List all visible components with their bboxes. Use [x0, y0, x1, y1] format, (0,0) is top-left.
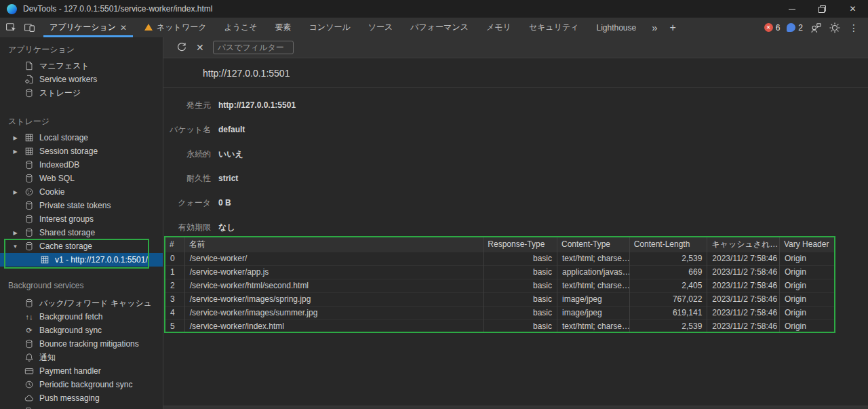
tab-console[interactable]: コンソール [300, 18, 359, 37]
col-header-cached-time[interactable]: キャッシュされ… [707, 237, 780, 252]
window-title: DevTools - 127.0.0.1:5501/service-worker… [23, 4, 212, 14]
table-row[interactable]: 3 /service-worker/images/spring.jpg basi… [165, 292, 834, 306]
sidebar-item-indexeddb[interactable]: IndexedDB [0, 158, 163, 172]
feedback-icon[interactable] [810, 22, 822, 34]
col-header-name[interactable]: 名前 [184, 237, 484, 252]
path-filter-input[interactable] [213, 41, 294, 54]
sidebar-item-storage[interactable]: ストレージ [0, 86, 163, 100]
more-tabs-icon[interactable]: » [645, 22, 664, 33]
sidebar-item-partial[interactable] [0, 405, 163, 409]
tab-elements[interactable]: 要素 [267, 18, 300, 37]
clock-icon [24, 380, 34, 389]
col-header-vary[interactable]: Vary Header [779, 237, 834, 252]
cache-toolbar: ✕ [163, 37, 868, 58]
database-icon [24, 241, 34, 251]
sidebar-item-cookie[interactable]: ▶ Cookie [0, 185, 163, 199]
database-icon [24, 160, 34, 170]
tab-application[interactable]: アプリケーション ✕ [41, 18, 136, 37]
database-icon [24, 201, 34, 210]
issue-count: 2 [798, 23, 803, 33]
tab-performance[interactable]: パフォーマンス [401, 18, 477, 37]
detail-row-durability: 耐久性 strict [163, 166, 868, 191]
drawer-splitter[interactable] [163, 406, 868, 409]
detail-row-bucket: バケット名 default [163, 117, 868, 142]
detail-row-origin: 発生元 http://127.0.0.1:5501 [163, 93, 868, 117]
tab-memory[interactable]: メモリ [477, 18, 520, 37]
tab-sources[interactable]: ソース [359, 18, 402, 37]
sidebar-item-session-storage[interactable]: ▶ Session storage [0, 144, 163, 158]
document-icon [24, 61, 34, 71]
database-icon [24, 174, 34, 183]
detail-row-persistent: 永続的 いいえ [163, 142, 868, 166]
delete-selected-icon[interactable]: ✕ [196, 42, 204, 53]
sidebar-item-local-storage[interactable]: ▶ Local storage [0, 131, 163, 144]
issues-badge[interactable]: 2 [787, 23, 803, 33]
table-row[interactable]: 1 /service-worker/app.js basic applicati… [165, 265, 834, 279]
issues-icon [787, 23, 795, 32]
sidebar-item-background-sync[interactable]: ⟳ Background sync [0, 324, 163, 337]
up-down-arrows-icon: ↑↓ [24, 312, 34, 322]
sidebar-item-notifications[interactable]: 通知 [0, 351, 163, 364]
section-title-storage: ストレージ [0, 116, 163, 127]
cache-origin-title: http://127.0.0.1:5501 [163, 58, 868, 88]
table-grid-icon [40, 255, 50, 265]
tab-security[interactable]: セキュリティ [520, 18, 588, 37]
sidebar-item-back-forward-cache[interactable]: バック/フォワード キャッシュ [0, 296, 163, 310]
close-tab-icon[interactable]: ✕ [120, 23, 127, 33]
sidebar-item-push-messaging[interactable]: Push messaging [0, 391, 163, 405]
tab-welcome[interactable]: ようこそ [215, 18, 266, 37]
sidebar-item-private-state-tokens[interactable]: Private state tokens [0, 199, 163, 212]
table-grid-icon [24, 133, 34, 142]
sidebar-item-periodic-background-sync[interactable]: Periodic background sync [0, 378, 163, 391]
device-toolbar-icon[interactable] [24, 22, 35, 33]
col-header-index[interactable]: # [165, 237, 184, 252]
cache-storage-panel: ✕ http://127.0.0.1:5501 発生元 http://127.0… [163, 37, 868, 409]
tab-network[interactable]: ネットワーク [136, 18, 215, 37]
sidebar-item-web-sql[interactable]: Web SQL [0, 172, 163, 185]
chevron-right-icon[interactable]: ▶ [12, 149, 19, 155]
sidebar-item-background-fetch[interactable]: ↑↓ Background fetch [0, 310, 163, 324]
chevron-right-icon[interactable]: ▶ [12, 135, 19, 141]
minimize-button[interactable] [776, 0, 807, 18]
detail-row-expires: 有効期限 なし [163, 215, 868, 239]
sidebar-item-shared-storage[interactable]: ▶ Shared storage [0, 226, 163, 239]
chevron-right-icon[interactable]: ▶ [12, 189, 19, 195]
table-row[interactable]: 2 /service-worker/html/second.html basic… [165, 279, 834, 292]
chevron-right-icon[interactable]: ▶ [12, 230, 19, 236]
edge-logo-icon [7, 4, 17, 14]
close-button[interactable]: ✕ [837, 0, 868, 18]
maximize-button[interactable] [807, 0, 837, 18]
sidebar-item-bounce-tracking[interactable]: Bounce tracking mitigations [0, 337, 163, 351]
sidebar-item-cache-storage[interactable]: ▼ Cache storage [0, 239, 163, 253]
settings-gear-icon[interactable] [829, 22, 841, 34]
inspect-element-icon[interactable] [5, 22, 17, 33]
bell-icon [24, 353, 34, 362]
sidebar-item-manifest[interactable]: マニフェスト [0, 59, 163, 73]
table-row[interactable]: 5 /service-worker/index.html basic text/… [165, 319, 834, 333]
section-title-application: アプリケーション [0, 44, 163, 55]
sidebar-item-service-workers[interactable]: Service workers [0, 73, 163, 86]
sidebar-item-payment-handler[interactable]: Payment handler [0, 364, 163, 378]
kebab-menu-icon[interactable]: ⋮ [848, 22, 860, 33]
service-worker-icon [24, 75, 34, 84]
warning-icon [144, 24, 153, 31]
restore-icon [818, 5, 826, 13]
col-header-response-type[interactable]: Response-Type [484, 237, 557, 252]
database-icon [24, 298, 34, 308]
detail-row-quota: クォータ 0 B [163, 191, 868, 215]
sync-arrows-icon: ⟳ [24, 326, 34, 335]
add-tab-icon[interactable]: + [665, 22, 682, 34]
section-title-background-services: Background services [0, 280, 163, 291]
sidebar-item-cache-v1[interactable]: v1 - http://127.0.0.1:5501/ [0, 253, 163, 267]
table-row[interactable]: 0 /service-worker/ basic text/html; char… [165, 252, 834, 265]
table-header-row: # 名前 Response-Type Content-Type Content-… [165, 237, 834, 252]
refresh-icon[interactable] [176, 42, 187, 53]
sidebar-item-interest-groups[interactable]: Interest groups [0, 212, 163, 226]
error-badge[interactable]: ✕ 6 [764, 23, 781, 33]
col-header-content-length[interactable]: Content-Length [629, 237, 707, 252]
chevron-down-icon[interactable]: ▼ [12, 244, 19, 250]
payment-card-icon [24, 366, 34, 376]
tab-lighthouse[interactable]: Lighthouse [587, 18, 645, 37]
col-header-content-type[interactable]: Content-Type [557, 237, 629, 252]
table-row[interactable]: 4 /service-worker/images/summer.jpg basi… [165, 306, 834, 319]
